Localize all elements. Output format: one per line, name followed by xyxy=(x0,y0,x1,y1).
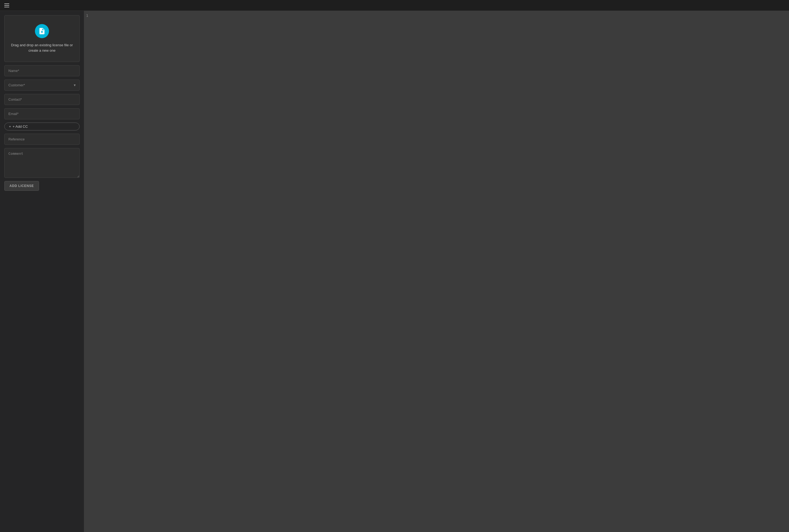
line-number: 1 xyxy=(86,13,88,19)
add-license-label: ADD LICENSE xyxy=(10,184,34,188)
drop-zone[interactable]: Drag and drop an existing license file o… xyxy=(4,15,79,62)
contact-input[interactable] xyxy=(4,94,79,105)
email-input[interactable] xyxy=(4,108,79,119)
comment-textarea[interactable] xyxy=(4,148,79,178)
left-panel: Drag and drop an existing license file o… xyxy=(0,11,84,532)
app-container: Drag and drop an existing license file o… xyxy=(0,0,789,532)
reference-input[interactable] xyxy=(4,134,79,145)
name-input[interactable] xyxy=(4,65,79,76)
hamburger-menu-icon[interactable] xyxy=(4,3,9,7)
main-content: Drag and drop an existing license file o… xyxy=(0,11,789,532)
customer-select-wrapper: Customer* ▼ xyxy=(4,79,79,91)
add-cc-button[interactable]: + + Add CC xyxy=(4,122,79,130)
right-panel: 1 xyxy=(84,11,789,532)
customer-select[interactable]: Customer* xyxy=(4,79,79,91)
drop-zone-text: Drag and drop an existing license file o… xyxy=(9,42,75,53)
editor-area[interactable]: 1 xyxy=(84,11,789,532)
upload-icon-circle xyxy=(35,24,49,38)
top-bar xyxy=(0,0,789,11)
add-license-button[interactable]: ADD LICENSE xyxy=(4,181,39,191)
add-cc-label: + Add CC xyxy=(13,125,28,129)
plus-icon: + xyxy=(9,125,11,129)
upload-file-icon xyxy=(38,27,46,35)
